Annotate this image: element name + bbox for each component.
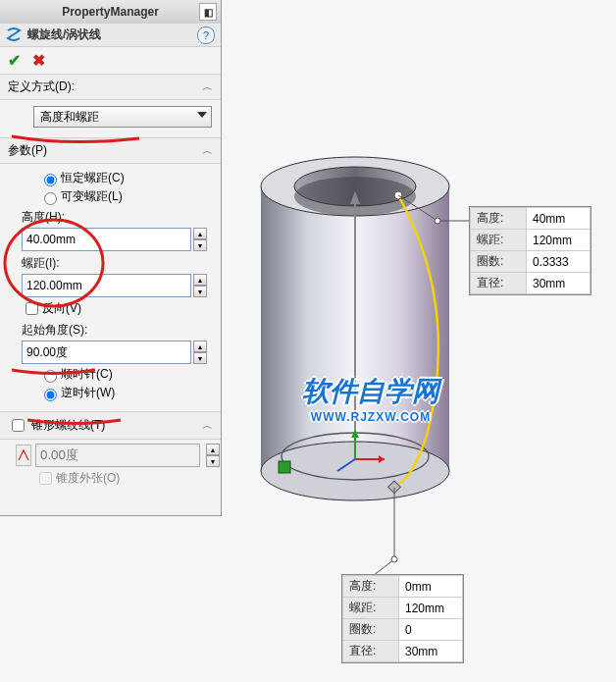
callout-helix-end[interactable]: 高度:40mm 螺距:120mm 圈数:0.3333 直径:30mm — [469, 206, 591, 295]
start-angle-spinner[interactable]: ▲▼ — [193, 341, 207, 364]
definition-label: 定义方式(D): — [8, 79, 75, 95]
radio-clockwise-label: 顺时针(C) — [61, 366, 113, 383]
feature-header: 螺旋线/涡状线 ? — [0, 24, 221, 47]
pitch-spinner[interactable]: ▲▼ — [193, 274, 207, 297]
start-angle-input[interactable] — [22, 341, 191, 364]
callout-pitch-val[interactable]: 120mm — [527, 230, 590, 251]
height-field-row: ▲▼ — [22, 228, 213, 251]
callout2-dia-val[interactable]: 30mm — [399, 641, 463, 662]
panel-title: PropertyManager — [62, 5, 159, 19]
radio-constant-pitch-input[interactable] — [44, 174, 57, 186]
parameters-label: 参数(P) — [8, 142, 47, 159]
watermark-sub: WWW.RJZXW.COM — [302, 410, 439, 424]
cancel-button[interactable]: ✖ — [32, 51, 45, 70]
height-spinner[interactable]: ▲▼ — [193, 228, 207, 251]
start-angle-field-row: ▲▼ — [22, 341, 213, 364]
start-angle-label: 起始角度(S): — [22, 322, 213, 339]
taper-label: 锥形螺纹线(T) — [31, 417, 105, 434]
watermark-main: 软件自学网 — [302, 376, 439, 406]
definition-section-body: 高度和螺距 — [0, 100, 221, 137]
pitch-label: 螺距(I): — [22, 255, 213, 272]
callout2-pitch-key: 螺距: — [343, 598, 399, 619]
parameters-section-head[interactable]: 参数(P) ︿ — [0, 137, 221, 164]
check-reverse-label: 反向(V) — [42, 300, 81, 317]
taper-angle-icon — [16, 445, 31, 466]
callout-height-val[interactable]: 40mm — [527, 208, 590, 230]
check-reverse-input[interactable] — [26, 302, 38, 315]
chevron-up-icon: ︿ — [202, 79, 213, 94]
radio-clockwise-input[interactable] — [44, 370, 57, 383]
check-reverse[interactable]: 反向(V) — [22, 299, 213, 318]
height-input[interactable] — [22, 228, 191, 251]
height-label: 高度(H): — [22, 209, 213, 226]
pin-button[interactable]: ◧ — [199, 3, 217, 21]
callout2-pitch-val[interactable]: 120mm — [399, 598, 463, 619]
chevron-up-icon: ︿ — [202, 418, 213, 433]
callout2-height-val[interactable]: 0mm — [399, 576, 463, 598]
radio-ccw-input[interactable] — [44, 389, 57, 401]
callout-rev-key: 圈数: — [471, 251, 527, 273]
radio-variable-pitch-input[interactable] — [44, 192, 57, 205]
ok-button[interactable]: ✔ — [8, 51, 21, 70]
check-taper-out-label: 锥度外张(O) — [56, 470, 120, 487]
radio-variable-pitch[interactable]: 可变螺距(L) — [39, 188, 213, 205]
callout-rev-val[interactable]: 0.3333 — [527, 251, 590, 273]
radio-constant-pitch[interactable]: 恒定螺距(C) — [39, 170, 213, 186]
svg-rect-14 — [279, 461, 290, 473]
dropdown-arrow-icon — [197, 112, 207, 118]
radio-variable-pitch-label: 可变螺距(L) — [61, 188, 123, 205]
taper-section-head[interactable]: 锥形螺纹线(T) ︿ — [0, 411, 221, 440]
callout-helix-start[interactable]: 高度:0mm 螺距:120mm 圈数:0 直径:30mm — [341, 574, 464, 663]
definition-method-dropdown[interactable]: 高度和螺距 — [33, 106, 212, 128]
callout-height-key: 高度: — [471, 208, 527, 230]
taper-enable-check[interactable] — [12, 419, 25, 432]
callout2-height-key: 高度: — [343, 576, 399, 598]
callout2-dia-key: 直径: — [343, 641, 399, 662]
watermark: 软件自学网 WWW.RJZXW.COM — [302, 373, 439, 424]
radio-clockwise[interactable]: 顺时针(C) — [39, 366, 213, 383]
parameters-section-body: 恒定螺距(C) 可变螺距(L) 高度(H): ▲▼ 螺距(I): ▲▼ 反向(V… — [0, 164, 221, 411]
help-button[interactable]: ? — [197, 26, 215, 44]
ok-cancel-row: ✔ ✖ — [0, 47, 221, 74]
callout2-rev-val[interactable]: 0 — [399, 619, 463, 641]
feature-title: 螺旋线/涡状线 — [27, 26, 101, 43]
callout-dia-key: 直径: — [471, 273, 527, 294]
callout-dia-val[interactable]: 30mm — [527, 273, 590, 294]
callout-pitch-key: 螺距: — [471, 230, 527, 251]
svg-point-21 — [435, 218, 440, 224]
radio-ccw[interactable]: 逆时针(W) — [39, 385, 213, 401]
property-manager-panel: PropertyManager ◧ 螺旋线/涡状线 ? ✔ ✖ 定义方式(D):… — [0, 0, 222, 516]
definition-section-head[interactable]: 定义方式(D): ︿ — [0, 74, 221, 100]
check-taper-out: 锥度外张(O) — [35, 469, 213, 488]
taper-angle-input — [35, 444, 200, 467]
viewport: 高度:40mm 螺距:120mm 圈数:0.3333 直径:30mm 高度:0m… — [222, 0, 616, 682]
radio-ccw-label: 逆时针(W) — [61, 385, 115, 401]
check-taper-out-input — [39, 472, 52, 485]
chevron-up-icon: ︿ — [202, 143, 213, 158]
pitch-input[interactable] — [22, 274, 191, 297]
taper-section-body: ▲▼ 锥度外张(O) — [0, 440, 221, 498]
taper-angle-row: ▲▼ — [8, 444, 213, 467]
svg-point-22 — [391, 556, 397, 562]
callout2-rev-key: 圈数: — [343, 619, 399, 641]
radio-constant-pitch-label: 恒定螺距(C) — [61, 170, 125, 186]
definition-method-value: 高度和螺距 — [34, 109, 99, 126]
pitch-field-row: ▲▼ — [22, 274, 213, 297]
taper-angle-spinner: ▲▼ — [206, 444, 220, 467]
helix-icon — [6, 27, 22, 43]
panel-title-bar: PropertyManager ◧ — [0, 0, 221, 24]
